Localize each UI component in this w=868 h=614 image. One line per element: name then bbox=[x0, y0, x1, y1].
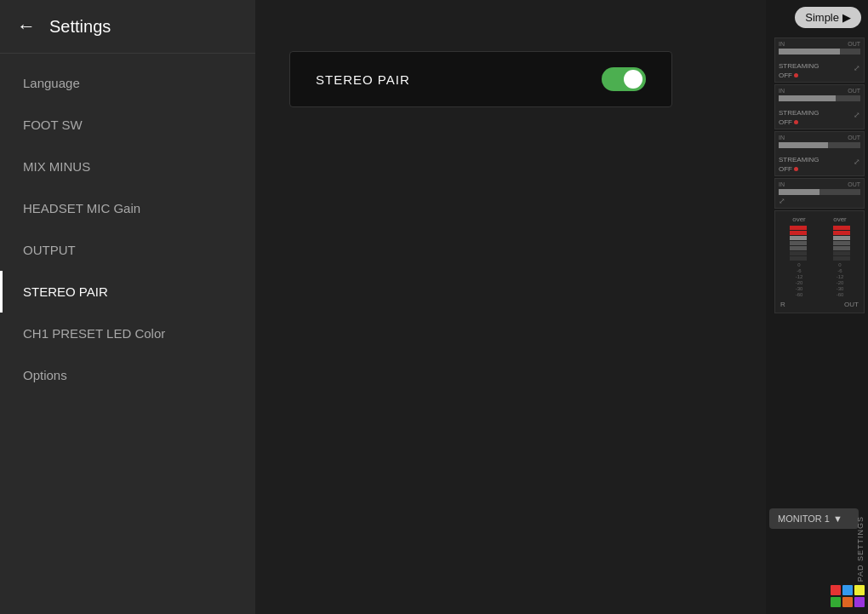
meter-fill-2 bbox=[779, 95, 836, 101]
streaming-block-2: IN OUT STREAMING OFF ⤢ bbox=[774, 84, 865, 129]
external-link-3[interactable]: ⤢ bbox=[854, 158, 860, 166]
out-label-1: OUT bbox=[848, 41, 860, 47]
off-group-1: OFF bbox=[779, 72, 819, 79]
pad-settings-label: PAD SETTINGS bbox=[856, 516, 865, 582]
streaming-block-4: IN OUT ⤢ bbox=[774, 178, 865, 209]
streaming-label-row-2: STREAMING OFF ⤢ bbox=[779, 103, 860, 126]
sidebar-item-headset-mic-gain[interactable]: HEADSET MIC Gain bbox=[0, 187, 255, 229]
meter-fill-4 bbox=[779, 189, 819, 195]
in-out-labels-4: IN OUT bbox=[779, 181, 860, 187]
vu-30-r: -30 bbox=[837, 286, 844, 291]
off-dot-2 bbox=[794, 120, 798, 124]
sidebar-nav: LanguageFOOT SWMIX MINUSHEADSET MIC Gain… bbox=[0, 54, 255, 405]
pad-cell-0[interactable] bbox=[831, 585, 841, 595]
vu-out-label: OUT bbox=[844, 301, 859, 308]
sidebar-item-output[interactable]: OUTPUT bbox=[0, 229, 255, 271]
meter-3 bbox=[779, 142, 860, 148]
off-group-2: OFF bbox=[779, 118, 819, 126]
vu-bar-g4-r bbox=[833, 251, 850, 255]
off-dot-3 bbox=[794, 167, 798, 171]
stereo-pair-toggle[interactable] bbox=[602, 67, 646, 91]
pad-cell-1[interactable] bbox=[842, 585, 853, 595]
in-out-labels-2: IN OUT bbox=[779, 88, 860, 94]
vu-bar-g5-r bbox=[833, 256, 850, 261]
vu-0-r: 0 bbox=[838, 262, 841, 267]
vu-bar-red-l bbox=[790, 226, 807, 230]
toggle-thumb bbox=[624, 70, 642, 89]
vu-bar-g3-l bbox=[790, 246, 807, 250]
stereo-pair-label: STEREO PAIR bbox=[316, 72, 410, 87]
pad-cell-5[interactable] bbox=[854, 597, 865, 607]
in-label-1: IN bbox=[779, 41, 785, 47]
vu-meter-panel: over over bbox=[774, 210, 865, 313]
streaming-blocks-container: IN OUT STREAMING OFF ⤢ IN bbox=[774, 37, 865, 313]
vu-bar-r2-l bbox=[790, 231, 807, 235]
meter-1 bbox=[779, 49, 860, 55]
vu-bar-red-r bbox=[833, 226, 850, 230]
meter-fill-1 bbox=[779, 49, 840, 55]
off-text-1: OFF bbox=[779, 72, 792, 79]
right-panel: Simple ▶ IN OUT STREAMING OFF ⤢ bbox=[766, 0, 868, 614]
vu-col-right bbox=[833, 226, 850, 261]
off-text-2: OFF bbox=[779, 118, 792, 126]
vu-20-r: -20 bbox=[837, 280, 844, 285]
sidebar-item-options[interactable]: Options bbox=[0, 354, 255, 396]
streaming-block-1: IN OUT STREAMING OFF ⤢ bbox=[774, 37, 865, 83]
sidebar-item-language[interactable]: Language bbox=[0, 62, 255, 104]
pad-cell-4[interactable] bbox=[842, 597, 853, 607]
sidebar-item-mix-minus[interactable]: MIX MINUS bbox=[0, 146, 255, 187]
main-content: STEREO PAIR bbox=[255, 0, 766, 614]
vu-over-label: over bbox=[792, 215, 806, 223]
vu-columns bbox=[779, 226, 860, 261]
back-button[interactable]: ← bbox=[17, 15, 36, 37]
toggle-track bbox=[602, 67, 646, 91]
meter-4 bbox=[779, 189, 860, 195]
in-label-3: IN bbox=[779, 135, 785, 141]
streaming-off-group-1: STREAMING OFF bbox=[779, 56, 819, 79]
streaming-label-row-3: STREAMING OFF ⤢ bbox=[779, 150, 860, 173]
sidebar-header: ← Settings bbox=[0, 0, 255, 54]
simple-arrow-icon: ▶ bbox=[842, 11, 851, 24]
streaming-label-row-4: ⤢ bbox=[779, 197, 860, 205]
streaming-label-row-1: STREAMING OFF ⤢ bbox=[779, 56, 860, 79]
external-link-1[interactable]: ⤢ bbox=[854, 64, 860, 72]
vu-bar-g1-r bbox=[833, 236, 850, 240]
in-out-labels-3: IN OUT bbox=[779, 135, 860, 141]
vu-0-l: 0 bbox=[797, 262, 800, 267]
pad-cell-2[interactable] bbox=[854, 585, 865, 595]
vu-scale-right: 0 -6 -12 -20 -30 -60 bbox=[837, 262, 844, 297]
simple-label: Simple bbox=[805, 11, 839, 24]
stereo-pair-row: STEREO PAIR bbox=[289, 51, 672, 107]
meter-2 bbox=[779, 95, 860, 101]
vu-r-label: R bbox=[780, 301, 785, 308]
in-label-4: IN bbox=[779, 181, 785, 187]
streaming-text-1: STREAMING bbox=[779, 62, 819, 70]
off-group-3: OFF bbox=[779, 165, 819, 173]
streaming-off-group-2: STREAMING OFF bbox=[779, 103, 819, 126]
vu-60-l: -60 bbox=[796, 292, 803, 297]
external-link-4[interactable]: ⤢ bbox=[779, 197, 785, 205]
vu-12-l: -12 bbox=[796, 274, 803, 279]
pad-cell-3[interactable] bbox=[831, 597, 841, 607]
streaming-block-3: IN OUT STREAMING OFF ⤢ bbox=[774, 131, 865, 176]
vu-scale-left: 0 -6 -12 -20 -30 -60 bbox=[796, 262, 803, 297]
monitor-label: MONITOR 1 bbox=[778, 514, 830, 524]
sidebar-item-ch1-preset-led-color[interactable]: CH1 PRESET LED Color bbox=[0, 313, 255, 354]
vu-6-l: -6 bbox=[797, 268, 801, 273]
external-link-2[interactable]: ⤢ bbox=[854, 111, 860, 119]
out-label-3: OUT bbox=[848, 135, 860, 141]
sidebar-item-foot-sw[interactable]: FOOT SW bbox=[0, 104, 255, 146]
simple-button[interactable]: Simple ▶ bbox=[795, 7, 861, 28]
streaming-text-2: STREAMING bbox=[779, 109, 819, 117]
pad-settings: PAD SETTINGS bbox=[831, 516, 865, 607]
vu-bar-g4-l bbox=[790, 251, 807, 255]
in-out-labels-1: IN OUT bbox=[779, 41, 860, 47]
out-label-4: OUT bbox=[848, 181, 860, 187]
vu-top-labels: over over bbox=[779, 215, 860, 223]
vu-bar-g3-r bbox=[833, 246, 850, 250]
vu-20-l: -20 bbox=[796, 280, 803, 285]
vu-bar-r2-r bbox=[833, 231, 850, 235]
vu-6-r: -6 bbox=[837, 268, 842, 273]
vu-bar-g2-r bbox=[833, 241, 850, 245]
sidebar-item-stereo-pair[interactable]: STEREO PAIR bbox=[0, 271, 255, 313]
